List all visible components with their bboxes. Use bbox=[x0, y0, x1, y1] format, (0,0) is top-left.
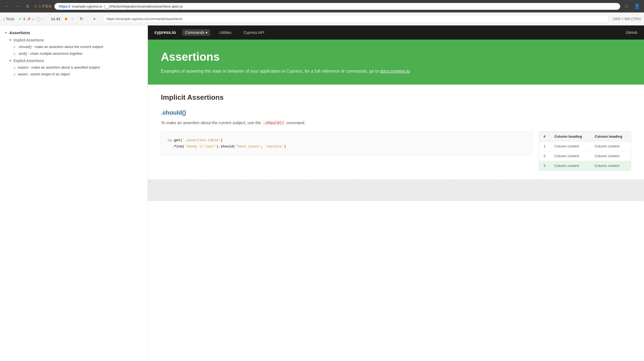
row-col1: Column content bbox=[550, 161, 590, 170]
reload-button[interactable]: ↻ bbox=[24, 2, 31, 10]
row-col1: Column content bbox=[550, 141, 590, 151]
test-label: expect - make an assertion about a speci… bbox=[18, 65, 100, 69]
row-col2: Column content bbox=[590, 161, 631, 170]
url-scheme: https:// bbox=[59, 4, 70, 8]
security-text: ⚠ 不安全 bbox=[38, 4, 52, 9]
nav-item-cypress-api[interactable]: Cypress API bbox=[241, 29, 267, 36]
list-item[interactable]: ✓ expect - make an assertion about a spe… bbox=[0, 64, 148, 71]
refresh-button[interactable]: ↻ bbox=[77, 15, 86, 23]
desc-pre: To make an assertion about the current s… bbox=[161, 120, 261, 125]
hero-link[interactable]: docs.cypress.io bbox=[380, 69, 410, 73]
check-icon: ✓ bbox=[13, 72, 16, 77]
table-row: 1 Column content Column content bbox=[539, 141, 631, 151]
code-get: .get( bbox=[172, 138, 183, 142]
group-title-assertions: Assertions bbox=[9, 30, 30, 35]
hero-description: Examples of asserting the state or behav… bbox=[161, 68, 631, 75]
subgroup-title-implicit: Implicit Assertions bbox=[14, 38, 44, 42]
left-panel: ▼ Assertions ▼ Implicit Assertions ✓ .sh… bbox=[0, 25, 148, 361]
list-item[interactable]: ✓ .should() - make an assertion about th… bbox=[0, 44, 148, 50]
code-string-4: 'success' bbox=[265, 144, 284, 149]
code-comma: , bbox=[261, 144, 265, 149]
row-col1: Column content bbox=[550, 151, 590, 161]
url-path: /__/#/tests/integration/examples/asserti… bbox=[104, 4, 183, 8]
code-string-2: 'tbody tr:last' bbox=[184, 144, 216, 149]
hero-section: Assertions Examples of asserting the sta… bbox=[148, 40, 644, 85]
check-icon: ✓ bbox=[13, 52, 16, 56]
row-num: 2 bbox=[539, 151, 550, 161]
chevron-down-icon-explicit: ▼ bbox=[9, 59, 12, 63]
row-col2: Column content bbox=[590, 141, 631, 151]
profile-button[interactable]: 👤 bbox=[633, 2, 641, 10]
method-description: To make an assertion about the current s… bbox=[161, 120, 631, 126]
nav-item-github[interactable]: GitHub bbox=[626, 30, 638, 35]
github-label: GitHub bbox=[626, 30, 638, 35]
nav-item-commands[interactable]: Commands ▾ bbox=[182, 29, 210, 36]
code-find-close: ).should( bbox=[216, 144, 235, 149]
row-num: 3 bbox=[539, 161, 550, 170]
method-title-should: .should() bbox=[161, 109, 631, 116]
address-bar[interactable]: https://example.cypress.io/__/#/tests/in… bbox=[54, 3, 620, 10]
security-warning: ⚠ ⚠ 不安全 bbox=[34, 4, 52, 9]
browser-chrome: ← → ↻ ⚠ ⚠ 不安全 https://example.cypress.io… bbox=[0, 0, 644, 12]
group-header-assertions[interactable]: ▼ Assertions bbox=[0, 29, 148, 37]
pass-count: ✓ 4 bbox=[19, 17, 25, 21]
section-title-implicit: Implicit Assertions bbox=[161, 93, 631, 102]
site-navbar: cypress.io Commands ▾ Utilities Cypress … bbox=[148, 25, 644, 40]
back-button[interactable]: ← bbox=[3, 2, 11, 10]
site-logo[interactable]: cypress.io bbox=[154, 30, 176, 35]
test-label: .should() - make an assertion about the … bbox=[18, 45, 103, 49]
right-panel: cypress.io Commands ▾ Utilities Cypress … bbox=[148, 25, 644, 361]
url-domain: example.cypress.io bbox=[72, 4, 102, 8]
table-header-col2: Column heading bbox=[590, 132, 631, 141]
test-label: assert - assert shape of an object bbox=[18, 72, 70, 76]
row-col2: Column content bbox=[590, 151, 631, 161]
chevron-down-icon-implicit: ▼ bbox=[9, 38, 12, 42]
content-url[interactable]: https://example.cypress.io/commands/asse… bbox=[103, 15, 608, 23]
subgroup-header-explicit[interactable]: ▼ Explicit Assertions bbox=[0, 57, 148, 64]
tests-button[interactable]: ‹ Tests bbox=[3, 17, 14, 21]
test-group-assertions: ▼ Assertions ▼ Implicit Assertions ✓ .sh… bbox=[0, 29, 148, 78]
code-table-row: cy.get('.assertion-table') .find('tbody … bbox=[161, 131, 631, 171]
content-area: Implicit Assertions .should() To make an… bbox=[148, 85, 644, 179]
main-layout: ▼ Assertions ▼ Implicit Assertions ✓ .sh… bbox=[0, 25, 644, 361]
assertion-table: # Column heading Column heading 1 Column… bbox=[539, 131, 631, 171]
subgroup-title-explicit: Explicit Assertions bbox=[14, 59, 44, 63]
code-line-1: cy.get('.assertion-table') bbox=[168, 137, 526, 143]
dropdown-icon: ▾ bbox=[206, 30, 207, 35]
hero-title: Assertions bbox=[161, 50, 631, 63]
code-cy: cy bbox=[168, 138, 172, 142]
code-paren: ) bbox=[220, 138, 223, 142]
tests-label: Tests bbox=[6, 17, 15, 21]
code-badge-should: .should() bbox=[262, 120, 285, 125]
subgroup-header-implicit[interactable]: ▼ Implicit Assertions bbox=[0, 37, 148, 44]
code-indent bbox=[168, 144, 172, 149]
cypress-toolbar: ‹ Tests ✓ 4 ✗ -- ◯ -- 14.43 I ↻ ⌖ https:… bbox=[0, 12, 644, 25]
timer: 14.43 bbox=[51, 17, 60, 21]
code-block: cy.get('.assertion-table') .find('tbody … bbox=[161, 131, 532, 156]
check-icon: ✓ bbox=[13, 66, 16, 70]
test-stats: ✓ 4 ✗ -- ◯ -- bbox=[19, 17, 44, 21]
commands-label: Commands bbox=[185, 30, 204, 35]
run-indicator bbox=[65, 18, 67, 20]
forward-button[interactable]: → bbox=[14, 2, 21, 10]
crosshair-button[interactable]: ⌖ bbox=[90, 15, 99, 23]
code-string-3: 'have.class' bbox=[235, 144, 261, 149]
row-num: 1 bbox=[539, 141, 550, 151]
hero-desc-text: Examples of asserting the state or behav… bbox=[161, 69, 379, 73]
viewport-info: 1000 × 660 (75%) bbox=[613, 17, 641, 21]
cypress-api-label: Cypress API bbox=[243, 30, 264, 35]
table-row: 2 Column content Column content bbox=[539, 151, 631, 161]
toolbar-divider: I bbox=[72, 17, 73, 21]
chevron-down-icon: ▼ bbox=[4, 31, 8, 35]
utilities-label: Utilities bbox=[219, 30, 232, 35]
list-item[interactable]: ✓ assert - assert shape of an object bbox=[0, 71, 148, 78]
nav-item-utilities[interactable]: Utilities bbox=[217, 29, 234, 36]
code-close: ) bbox=[284, 144, 286, 149]
table-row-highlighted: 3 Column content Column content bbox=[539, 161, 631, 170]
gray-footer bbox=[148, 179, 644, 201]
check-icon: ✓ bbox=[13, 45, 16, 49]
bookmark-button[interactable]: ☆ bbox=[623, 2, 630, 10]
test-label: .and() - chain multiple assertions toget… bbox=[18, 51, 83, 56]
list-item[interactable]: ✓ .and() - chain multiple assertions tog… bbox=[0, 50, 148, 57]
fail-count: ✗ -- bbox=[27, 17, 34, 21]
